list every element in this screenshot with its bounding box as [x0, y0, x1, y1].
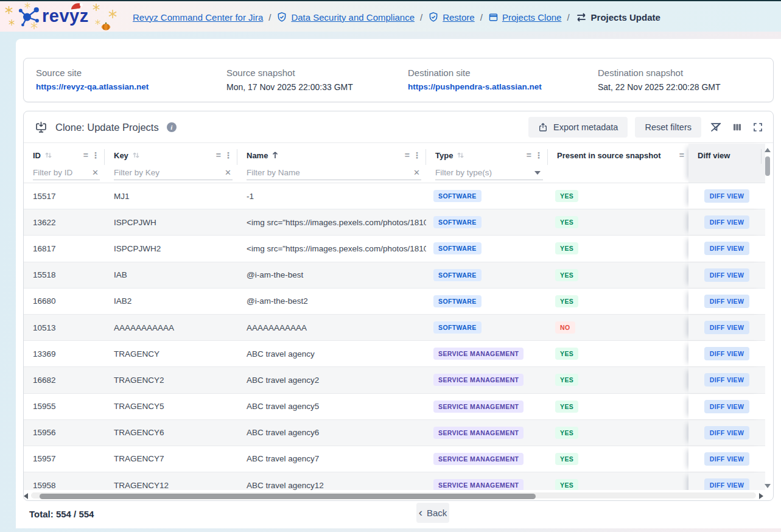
table-row: 15955TRAGENCY5ABC travel agency5SERVICE … — [24, 394, 765, 420]
cell-diff-view: DIFF VIEW — [688, 289, 765, 314]
cell-id: 13622 — [24, 209, 105, 235]
breadcrumb-label[interactable]: Revyz Command Center for Jira — [133, 12, 263, 23]
diff-view-button[interactable]: DIFF VIEW — [704, 426, 750, 439]
diff-view-button[interactable]: DIFF VIEW — [704, 478, 750, 490]
vertical-scroll-thumb[interactable] — [765, 156, 770, 176]
type-badge: SERVICE MANAGEMENT — [433, 374, 524, 386]
dropdown-arrow-icon[interactable] — [534, 171, 541, 175]
column-menu-icon[interactable]: ⋮ — [91, 150, 100, 160]
column-label[interactable]: ID — [33, 151, 41, 160]
scroll-right-arrow[interactable] — [759, 493, 763, 499]
diff-view-button[interactable]: DIFF VIEW — [704, 268, 750, 282]
present-badge: NO — [555, 321, 575, 334]
diff-view-button[interactable]: DIFF VIEW — [704, 347, 750, 360]
breadcrumb-separator: / — [480, 12, 483, 23]
diff-view-button[interactable]: DIFF VIEW — [704, 189, 750, 203]
column-label[interactable]: Key — [114, 151, 128, 160]
back-label: Back — [427, 508, 447, 518]
back-button[interactable]: ‹ Back — [416, 503, 449, 523]
diff-view-button[interactable]: DIFF VIEW — [704, 452, 750, 466]
filter-placeholder: Filter by type(s) — [435, 168, 534, 177]
sort-both-icon[interactable] — [457, 151, 464, 159]
breadcrumb-item[interactable]: Revyz Command Center for Jira — [133, 12, 263, 23]
cell-key: AAAAAAAAAAA — [105, 315, 237, 340]
diff-view-button[interactable]: DIFF VIEW — [704, 242, 750, 255]
export-icon — [538, 122, 548, 132]
cell-type: SOFTWARE — [426, 209, 548, 235]
column-label[interactable]: Name — [247, 151, 268, 160]
cell-id: 16817 — [24, 236, 105, 261]
sort-asc-icon[interactable] — [271, 151, 279, 159]
breadcrumb-separator: / — [420, 12, 422, 23]
breadcrumb-item[interactable]: Restore — [428, 12, 475, 23]
fullscreen-button[interactable] — [751, 121, 765, 134]
cell-present: YES — [548, 183, 688, 209]
horizontal-scrollbar[interactable] — [24, 491, 763, 499]
column-menu-icon[interactable]: ⋮ — [534, 150, 543, 160]
table-row: 16680IAB2@i-am-the-best2SOFTWAREYESDIFF … — [24, 289, 765, 315]
cell-type: SOFTWARE — [426, 262, 548, 288]
cell-name: <img src="https://images.pexels.com/phot… — [237, 236, 426, 261]
reset-filters-button[interactable]: Reset filters — [635, 117, 701, 138]
disable-filters-button[interactable] — [709, 120, 723, 135]
filter-type-dropdown[interactable]: Filter by type(s) — [435, 166, 543, 180]
diff-view-button[interactable]: DIFF VIEW — [704, 295, 750, 308]
horizontal-scroll-track[interactable] — [31, 492, 756, 499]
present-badge: YES — [555, 453, 578, 465]
column-label[interactable]: Present in source snapshot — [557, 151, 661, 160]
clear-filter-icon[interactable]: ✕ — [91, 168, 100, 177]
present-badge: YES — [555, 190, 578, 202]
site-link[interactable]: https://pushpendra-s.atlassian.net — [408, 82, 542, 91]
present-badge: YES — [555, 401, 578, 413]
filter-name-input[interactable]: Filter by Name ✕ — [247, 166, 421, 180]
column-label[interactable]: Type — [435, 151, 453, 160]
info-label: Destination snapshot — [598, 68, 721, 78]
columns-button[interactable] — [730, 121, 744, 134]
export-metadata-label: Export metadata — [553, 122, 618, 132]
present-badge: YES — [555, 216, 578, 228]
column-resize-handle[interactable]: = — [83, 150, 88, 160]
column-resize-handle[interactable]: = — [527, 150, 531, 160]
cell-name: @i-am-the-best — [237, 262, 426, 288]
cell-name: <img src="https://images.pexels.com/phot… — [237, 209, 426, 235]
vertical-scrollbar[interactable] — [763, 147, 772, 489]
sort-both-icon[interactable] — [132, 151, 140, 159]
breadcrumb-label[interactable]: Restore — [443, 12, 475, 23]
column-resize-handle[interactable]: = — [679, 150, 684, 160]
info-icon[interactable]: i — [167, 122, 177, 132]
clear-filter-icon[interactable]: ✕ — [412, 168, 421, 177]
horizontal-scroll-thumb[interactable] — [40, 494, 536, 499]
site-link[interactable]: https://revyz-qa.atlassian.net — [36, 82, 149, 91]
table-row: 10513AAAAAAAAAAAAAAAAAAAAAASOFTWARENODIF… — [24, 315, 765, 341]
scroll-down-arrow[interactable] — [765, 484, 771, 488]
breadcrumb-item[interactable]: Data Security and Compliance — [276, 12, 415, 23]
sort-both-icon[interactable] — [44, 151, 52, 159]
scroll-left-arrow[interactable] — [24, 493, 28, 499]
cell-name: ABC travel agency5 — [237, 394, 426, 419]
santa-hat-icon — [68, 1, 85, 13]
type-badge: SOFTWARE — [433, 242, 482, 254]
cell-present: YES — [548, 446, 688, 472]
breadcrumb-item[interactable]: Projects Clone — [488, 12, 562, 23]
export-metadata-button[interactable]: Export metadata — [528, 117, 628, 138]
shield-check-icon — [428, 12, 439, 23]
column-header-diff-view: Diff view — [688, 144, 765, 183]
diff-view-button[interactable]: DIFF VIEW — [704, 321, 750, 334]
column-resize-handle[interactable]: = — [216, 150, 220, 160]
snapshot-info-card: Source sitehttps://revyz-qa.atlassian.ne… — [23, 58, 774, 102]
filter-key-input[interactable]: Filter by Key ✕ — [114, 166, 233, 180]
clear-filter-icon[interactable]: ✕ — [223, 168, 233, 177]
diff-view-button[interactable]: DIFF VIEW — [704, 373, 750, 387]
column-resize-handle[interactable]: = — [405, 150, 409, 160]
cell-name: ABC travel agency6 — [237, 420, 426, 446]
cell-type: SERVICE MANAGEMENT — [426, 446, 548, 472]
cell-type: SERVICE MANAGEMENT — [426, 394, 548, 419]
scroll-up-arrow[interactable] — [765, 148, 771, 152]
breadcrumb-label[interactable]: Projects Clone — [502, 12, 562, 23]
column-menu-icon[interactable]: ⋮ — [413, 150, 421, 160]
breadcrumb-label[interactable]: Data Security and Compliance — [291, 12, 415, 23]
column-menu-icon[interactable]: ⋮ — [224, 150, 233, 160]
diff-view-button[interactable]: DIFF VIEW — [704, 215, 750, 229]
filter-id-input[interactable]: Filter by ID ✕ — [33, 166, 100, 180]
diff-view-button[interactable]: DIFF VIEW — [704, 400, 750, 413]
